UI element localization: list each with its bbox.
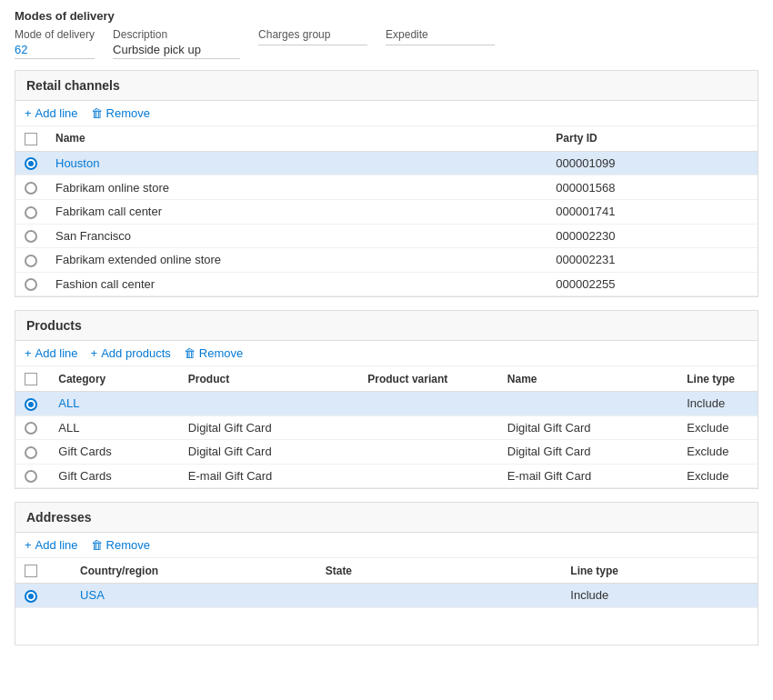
row-country: USA [71, 584, 316, 608]
expedite-label: Expedite [386, 28, 495, 41]
products-header-row: Category Product Product variant Name Li… [15, 366, 758, 391]
row-name [498, 392, 678, 416]
row-select-cell[interactable] [15, 392, 49, 416]
retail-remove-button[interactable]: 🗑 Remove [91, 106, 150, 120]
row-select-cell[interactable] [15, 464, 49, 488]
products-select-col [15, 366, 49, 391]
row-select-cell[interactable] [15, 175, 46, 200]
retail-channels-row[interactable]: Fabrikam extended online store 000002231 [15, 248, 758, 273]
row-radio[interactable] [25, 182, 37, 195]
charges-label: Charges group [258, 28, 367, 41]
addresses-select-all-checkbox[interactable] [25, 565, 37, 577]
expedite-value[interactable] [386, 43, 495, 45]
retail-channels-section: Retail channels + Add line 🗑 Remove Name… [15, 70, 758, 297]
row-party-id: 000002255 [547, 272, 758, 296]
row-radio[interactable] [25, 255, 37, 267]
retail-channels-row[interactable]: Houston 000001099 [15, 151, 758, 175]
row-radio[interactable] [25, 157, 37, 170]
mode-label: Mode of delivery [15, 28, 95, 41]
products-remove-button[interactable]: 🗑 Remove [184, 346, 243, 360]
addresses-toolbar: + Add line 🗑 Remove [15, 533, 758, 558]
plus-icon: + [25, 106, 32, 120]
retail-channels-row[interactable]: Fabrikam call center 000001741 [15, 199, 758, 224]
row-radio[interactable] [25, 398, 37, 411]
row-category: ALL [49, 415, 179, 440]
addresses-row[interactable]: USA Include [15, 584, 758, 608]
row-product: E-mail Gift Card [179, 464, 358, 488]
description-field-group: Description Curbside pick up [113, 28, 240, 59]
products-add-products-button[interactable]: + Add products [91, 346, 171, 360]
products-row[interactable]: Gift Cards E-mail Gift Card E-mail Gift … [15, 464, 758, 488]
trash-icon: 🗑 [91, 106, 103, 120]
product-col-header: Product [179, 366, 358, 391]
row-product: Digital Gift Card [179, 440, 358, 465]
row-variant [358, 392, 498, 416]
row-radio[interactable] [25, 446, 37, 459]
row-line-type: Exclude [678, 440, 758, 465]
row-party-id: 000001741 [547, 199, 758, 224]
row-radio[interactable] [25, 470, 37, 483]
retail-remove-label: Remove [106, 106, 150, 120]
row-product [179, 392, 358, 416]
row-radio[interactable] [25, 278, 37, 291]
addresses-remove-button[interactable]: 🗑 Remove [91, 538, 150, 552]
row-radio[interactable] [25, 590, 37, 603]
charges-value[interactable] [258, 43, 367, 45]
products-row[interactable]: ALL Digital Gift Card Digital Gift Card … [15, 415, 758, 440]
products-row[interactable]: ALL Include [15, 392, 758, 416]
row-radio[interactable] [25, 230, 37, 243]
description-value[interactable]: Curbside pick up [113, 43, 240, 59]
products-row[interactable]: Gift Cards Digital Gift Card Digital Gif… [15, 440, 758, 465]
modes-title: Modes of delivery [15, 9, 758, 23]
products-add-products-label: Add products [101, 346, 171, 360]
modes-fields: Mode of delivery 62 Description Curbside… [15, 28, 758, 59]
mode-value[interactable]: 62 [15, 43, 95, 59]
addresses-select-col [15, 558, 71, 583]
addresses-add-line-label: Add line [35, 538, 78, 552]
addresses-table: Country/region State Line type USA Inclu… [15, 558, 758, 607]
products-add-line-button[interactable]: + Add line [25, 346, 78, 360]
row-select-cell[interactable] [15, 199, 46, 224]
row-radio[interactable] [25, 206, 37, 219]
row-line-type: Exclude [678, 464, 758, 488]
product-variant-col-header: Product variant [358, 366, 498, 391]
row-name: Digital Gift Card [498, 440, 678, 465]
row-select-cell[interactable] [15, 224, 46, 248]
retail-channels-header: Retail channels [15, 71, 758, 101]
row-select-cell[interactable] [15, 584, 71, 608]
products-title: Products [26, 318, 82, 333]
row-category: Gift Cards [49, 464, 179, 488]
row-select-cell[interactable] [15, 440, 49, 465]
row-select-cell[interactable] [15, 151, 46, 175]
description-label: Description [113, 28, 240, 41]
row-state [316, 584, 562, 608]
charges-field-group: Charges group [258, 28, 367, 45]
state-col-header: State [316, 558, 562, 583]
row-line-type: Include [561, 584, 758, 608]
line-type-col-header: Line type [678, 366, 758, 391]
row-line-type: Exclude [678, 415, 758, 440]
products-table: Category Product Product variant Name Li… [15, 366, 758, 488]
row-party-id: 000002231 [547, 248, 758, 273]
row-radio[interactable] [25, 422, 37, 435]
retail-add-line-button[interactable]: + Add line [25, 106, 78, 120]
plus-icon-2: + [25, 346, 32, 360]
row-select-cell[interactable] [15, 248, 46, 273]
name-col-header: Name [46, 126, 547, 151]
retail-channels-row[interactable]: Fabrikam online store 000001568 [15, 175, 758, 200]
addresses-header-row: Country/region State Line type [15, 558, 758, 583]
row-name: San Francisco [46, 224, 547, 248]
row-party-id: 000001568 [547, 175, 758, 200]
retail-channels-row[interactable]: San Francisco 000002230 [15, 224, 758, 248]
row-name: Fabrikam online store [46, 175, 547, 200]
retail-add-line-label: Add line [35, 106, 78, 120]
retail-channels-row[interactable]: Fashion call center 000002255 [15, 272, 758, 296]
mode-field-group: Mode of delivery 62 [15, 28, 95, 59]
row-select-cell[interactable] [15, 415, 49, 440]
select-all-checkbox[interactable] [25, 133, 37, 145]
products-select-all-checkbox[interactable] [25, 373, 37, 385]
select-all-col [15, 126, 46, 151]
trash-icon-2: 🗑 [184, 346, 196, 360]
addresses-add-line-button[interactable]: + Add line [25, 538, 78, 552]
row-select-cell[interactable] [15, 272, 46, 296]
